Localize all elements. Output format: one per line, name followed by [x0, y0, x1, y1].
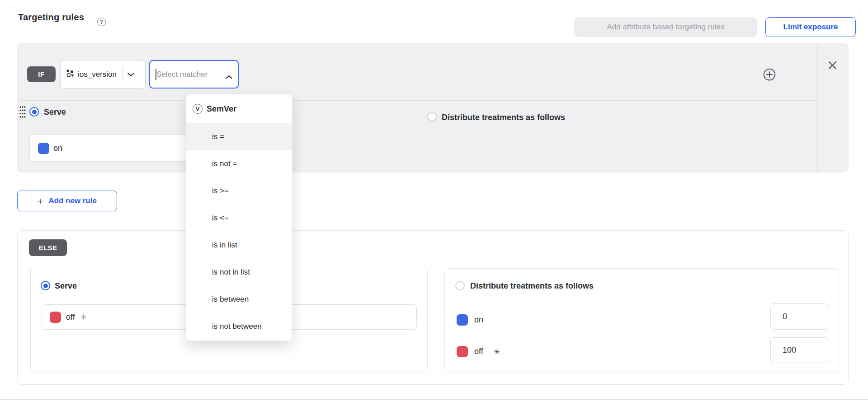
add-attribute-rules-button[interactable]: Add attribute based targeting rules	[574, 17, 757, 37]
matcher-select[interactable]	[149, 60, 239, 89]
dropdown-group-label: SemVer	[207, 104, 236, 114]
treatment-on-percent-input[interactable]	[770, 303, 828, 330]
else-distribute-label: Distribute treatments as follows	[470, 281, 594, 291]
treatment-on-swatch	[457, 314, 468, 326]
treatment-off-percent-input[interactable]	[770, 337, 828, 363]
row-divider	[17, 100, 817, 101]
dropdown-item-is-lte[interactable]: is <=	[186, 205, 292, 232]
treatment-off-swatch	[50, 312, 61, 323]
add-new-rule-label: Add new rule	[48, 196, 97, 205]
serve-label: Serve	[44, 107, 66, 117]
distribute-label: Distribute treatments as follows	[442, 113, 565, 122]
treatment-name: off	[66, 312, 75, 322]
treatment-name: on	[474, 315, 483, 325]
semver-icon: V	[193, 104, 203, 114]
dropdown-item-is-gte[interactable]: is >=	[186, 177, 292, 205]
drag-handle-icon[interactable]	[19, 106, 26, 118]
else-badge: ELSE	[29, 239, 67, 256]
section-divider	[0, 399, 868, 400]
plus-circle-icon	[763, 75, 776, 82]
dropdown-group-header: V SemVer	[186, 94, 292, 123]
distribute-radio[interactable]	[427, 112, 437, 121]
default-treatment-asterisk-icon: ✳	[80, 312, 87, 322]
treatment-name: off	[474, 347, 483, 356]
if-rule-block: IF ios_version	[17, 43, 849, 173]
limit-exposure-button[interactable]: Limit exposure	[765, 17, 856, 37]
else-serve-label: Serve	[55, 281, 77, 291]
add-new-rule-button[interactable]: + Add new rule	[17, 191, 117, 211]
dropdown-item-is-in-list[interactable]: is in list	[186, 232, 292, 259]
if-badge: IF	[27, 66, 56, 82]
column-divider	[817, 43, 818, 173]
dropdown-item-is-between[interactable]: is between	[186, 286, 292, 313]
matcher-input[interactable]	[156, 62, 224, 87]
else-distribute-radio[interactable]	[455, 281, 465, 290]
chevron-down-icon	[127, 70, 134, 79]
close-icon	[828, 65, 837, 71]
treatment-name: on	[53, 144, 62, 153]
plus-icon: +	[38, 196, 43, 206]
else-distribute-panel: Distribute treatments as follows on off …	[444, 268, 839, 373]
delete-rule-button[interactable]	[828, 61, 837, 70]
help-icon[interactable]: ?	[97, 18, 106, 26]
treatment-on-swatch	[38, 143, 49, 154]
serve-radio[interactable]	[29, 107, 39, 117]
treatment-off-swatch	[457, 346, 468, 357]
dropdown-item-is-not-between[interactable]: is not between	[186, 313, 292, 340]
add-condition-button[interactable]	[763, 68, 776, 81]
else-serve-radio[interactable]	[41, 281, 50, 290]
page-title: Targeting rules	[18, 12, 84, 23]
attribute-select[interactable]: ios_version	[60, 60, 146, 89]
dropdown-item-is-not-in-list[interactable]: is not in list	[186, 259, 292, 286]
attribute-divider	[122, 67, 123, 82]
attribute-value: ios_version	[78, 70, 117, 79]
dropdown-item-is-equal[interactable]: is =	[186, 123, 292, 150]
else-rule-block: ELSE Serve off ✳ Distribute treatments a…	[17, 230, 849, 385]
chevron-up-icon	[226, 73, 232, 81]
custom-attribute-icon	[66, 70, 74, 79]
dropdown-item-is-not-equal[interactable]: is not =	[186, 150, 292, 177]
default-treatment-asterisk-icon: ✳	[494, 347, 500, 357]
matcher-dropdown: V SemVer is = is not = is >= is <= is in…	[186, 94, 292, 341]
